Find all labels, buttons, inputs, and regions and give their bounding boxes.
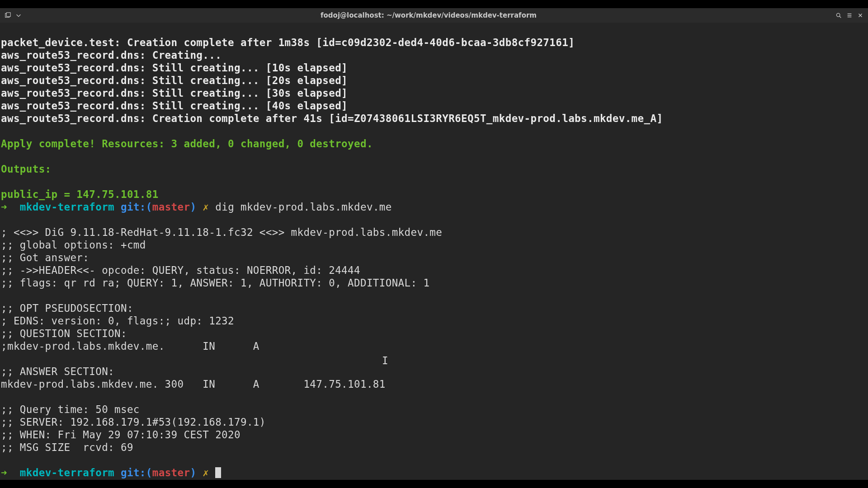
close-button[interactable] <box>855 10 865 20</box>
terminal-area[interactable]: packet_device.test: Creation complete af… <box>0 23 868 480</box>
dig-line: ;; ANSWER SECTION: <box>1 366 114 377</box>
outputs-header: Outputs: <box>1 163 52 175</box>
text-caret-icon: I <box>382 354 388 367</box>
prompt-line[interactable]: ➜ mkdev-terraform git:(master) ✗ <box>1 467 221 479</box>
svg-rect-1 <box>6 13 10 17</box>
output-line: aws_route53_record.dns: Still creating..… <box>1 75 348 86</box>
prompt-branch: master <box>152 201 190 213</box>
dig-line: ;; Query time: 50 msec <box>1 404 140 415</box>
window-title: fodoj@localhost: ~/work/mkdev/videos/mkd… <box>24 11 834 19</box>
dig-line: ;; OPT PSEUDOSECTION: <box>1 302 133 314</box>
search-button[interactable] <box>834 10 844 20</box>
letterbox-top <box>0 0 868 8</box>
dig-line: ;; Got answer: <box>1 252 89 263</box>
dropdown-button[interactable] <box>14 10 24 20</box>
dig-line: ;; ->>HEADER<<- opcode: QUERY, status: N… <box>1 264 360 276</box>
svg-line-3 <box>840 16 841 18</box>
dig-line: ; <<>> DiG 9.11.18-RedHat-9.11.18-1.fc32… <box>1 226 442 238</box>
dig-line: ;; SERVER: 192.168.179.1#53(192.168.179.… <box>1 416 266 428</box>
dig-answer-record: mkdev-prod.labs.mkdev.me. 300 IN A 147.7… <box>1 378 386 390</box>
letterbox-bottom <box>0 480 868 488</box>
output-line: aws_route53_record.dns: Creating... <box>1 49 222 61</box>
prompt-arrow-icon: ➜ <box>1 467 20 479</box>
dirty-icon: ✗ <box>203 201 209 213</box>
output-line: packet_device.test: Creation complete af… <box>1 37 575 48</box>
dig-line: ;; QUESTION SECTION: <box>1 328 127 339</box>
dig-line: ;; flags: qr rd ra; QUERY: 1, ANSWER: 1,… <box>1 277 429 289</box>
command-text: dig mkdev-prod.labs.mkdev.me <box>215 201 392 213</box>
window-titlebar: fodoj@localhost: ~/work/mkdev/videos/mkd… <box>0 8 868 23</box>
menu-button[interactable] <box>844 10 854 20</box>
new-tab-button[interactable] <box>3 10 13 20</box>
prompt-git-close: ) <box>190 467 196 479</box>
prompt-branch: master <box>152 467 190 479</box>
output-line: aws_route53_record.dns: Still creating..… <box>1 87 348 99</box>
dig-line: ;mkdev-prod.labs.mkdev.me. IN A <box>1 340 259 352</box>
dig-line: ;; WHEN: Fri May 29 07:10:39 CEST 2020 <box>1 429 241 441</box>
prompt-git-label: git:( <box>121 467 152 479</box>
cursor-block <box>215 467 221 478</box>
dig-line: ; EDNS: version: 0, flags:; udp: 1232 <box>1 315 234 327</box>
titlebar-left-controls <box>3 10 24 20</box>
output-line: aws_route53_record.dns: Creation complet… <box>1 113 663 124</box>
dig-line: ;; MSG SIZE rcvd: 69 <box>1 441 133 453</box>
output-public-ip: public_ip = 147.75.101.81 <box>1 188 159 200</box>
prompt-dir: mkdev-terraform <box>20 467 114 479</box>
prompt-git-close: ) <box>190 201 196 213</box>
prompt-git-label: git:( <box>121 201 152 213</box>
dirty-icon: ✗ <box>203 467 209 479</box>
dig-line: ;; global options: +cmd <box>1 239 146 251</box>
prompt-dir: mkdev-terraform <box>20 201 114 213</box>
output-line: aws_route53_record.dns: Still creating..… <box>1 62 348 74</box>
prompt-line: ➜ mkdev-terraform git:(master) ✗ dig mkd… <box>1 201 392 213</box>
output-line: aws_route53_record.dns: Still creating..… <box>1 100 348 112</box>
titlebar-right-controls <box>834 10 865 20</box>
apply-complete: Apply complete! Resources: 3 added, 0 ch… <box>1 138 373 150</box>
prompt-arrow-icon: ➜ <box>1 201 20 213</box>
svg-point-2 <box>836 13 840 16</box>
